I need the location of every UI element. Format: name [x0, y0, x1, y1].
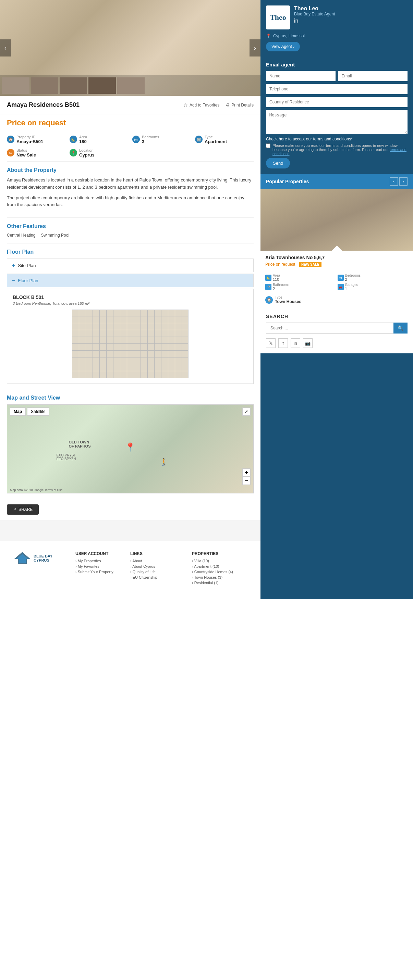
map-person: 🚶 — [160, 458, 168, 466]
hero-prev-button[interactable]: ‹ — [0, 40, 11, 57]
detail-type-info: Type Apartment — [205, 135, 227, 144]
map-label-village: EXO VRYSIΕΞΩ ΒΡΥΣΗ — [57, 453, 76, 461]
search-title: SEARCH — [266, 313, 408, 319]
map-btn-map[interactable]: Map — [10, 407, 26, 416]
area-label: Area — [79, 135, 87, 139]
search-form: 🔍 — [266, 323, 408, 334]
print-label: Print Details — [231, 103, 254, 108]
popular-type-icon: 🏠 — [265, 296, 273, 304]
map-btn-satellite[interactable]: Satellite — [27, 407, 49, 416]
twitter-icon[interactable]: 𝕏 — [266, 338, 276, 348]
footer-link-my-properties[interactable]: My Properties — [75, 559, 123, 563]
popular-bathrooms-value: 2 — [273, 286, 289, 291]
features-section: Other Features Central Heating Swimming … — [0, 218, 260, 243]
footer-link-residential[interactable]: Residential (1) — [192, 581, 260, 585]
thumb-2[interactable] — [31, 77, 58, 94]
popular-garages: 🚗 Garages 1 — [338, 283, 408, 291]
popular-garages-icon: 🚗 — [338, 284, 344, 290]
popular-next-button[interactable]: › — [399, 177, 408, 186]
social-icons: 𝕏 f in 📷 — [266, 338, 408, 348]
floor-block-desc: 3 Bedroom Penthouse, Total cov. area 180… — [13, 301, 248, 305]
map-zoom-out[interactable]: − — [242, 477, 250, 485]
floor-plan-toggle[interactable]: − Floor Plan — [7, 274, 254, 287]
property-id-label: Property ID — [16, 135, 43, 139]
footer-links-title: LINKS — [130, 551, 185, 556]
search-submit-button[interactable]: 🔍 — [394, 323, 408, 334]
footer-link-submit[interactable]: Submit Your Property — [75, 570, 123, 574]
footer-link-eu[interactable]: EU Citizenship — [130, 575, 185, 579]
footer-user-title: USER ACCOUNT — [75, 551, 123, 556]
location-icon: 📍 — [70, 149, 77, 156]
instagram-icon[interactable]: 📷 — [303, 338, 313, 348]
floor-plan-label: Floor Plan — [18, 278, 38, 283]
facebook-icon[interactable]: f — [278, 338, 288, 348]
form-name-email-row — [266, 71, 408, 81]
footer-link-apartment[interactable]: Apartment (10) — [192, 564, 260, 568]
email-input[interactable] — [338, 71, 408, 81]
linkedin-icon[interactable]: in — [291, 338, 300, 348]
terms-checkbox-row: Please make sure you read our terms and … — [266, 143, 408, 156]
linkedin-icon[interactable]: in — [294, 18, 408, 24]
footer-links: LINKS About About Cyprus Quality of Life… — [130, 551, 185, 589]
search-input[interactable] — [266, 323, 394, 334]
popular-garages-value: 1 — [345, 286, 358, 291]
popular-type-label: Type — [275, 296, 301, 299]
share-button[interactable]: ↗ SHARE — [7, 504, 39, 515]
map-container[interactable]: Map Satellite ⤢ OLD TOWNOF PAPHOS EXO VR… — [7, 404, 254, 493]
name-input[interactable] — [266, 71, 336, 81]
popular-properties-section: Popular Properties ‹ › Aria Townhouses N… — [260, 174, 413, 308]
popular-prev-button[interactable]: ‹ — [390, 177, 398, 186]
thumb-5[interactable] — [117, 77, 145, 94]
agent-name: Theo Leo — [294, 5, 408, 12]
map-expand-button[interactable]: ⤢ — [242, 407, 250, 416]
floor-block-title: BLOCK B 501 — [13, 294, 248, 300]
popular-property-info: Aria Townhouses No 5,6,7 Price on reques… — [260, 251, 413, 271]
footer-logo-image — [14, 551, 31, 565]
telephone-input[interactable] — [266, 84, 408, 94]
left-column: ‹ › Amaya Residences B501 ☆ Add to Favor… — [0, 0, 260, 599]
popular-title: Popular Properties — [266, 179, 309, 184]
thumb-1[interactable] — [2, 77, 29, 94]
detail-bedrooms: 🛏 Bedrooms 3 — [132, 135, 191, 144]
popular-bathrooms-icon: 🚿 — [265, 284, 271, 290]
popular-area-value: 110 — [273, 277, 280, 282]
popular-garages-info: Garages 1 — [345, 283, 358, 291]
footer-link-townhouses[interactable]: Town Houses (3) — [192, 575, 260, 579]
print-button[interactable]: 🖨 Print Details — [225, 102, 254, 108]
terms-checkbox[interactable] — [266, 143, 270, 148]
footer-link-quality[interactable]: Quality of Life — [130, 570, 185, 574]
thumb-3[interactable] — [60, 77, 87, 94]
area-value: 180 — [79, 139, 87, 144]
footer-properties: PROPERTIES Villa (19) Apartment (10) Cou… — [192, 551, 260, 589]
print-icon: 🖨 — [225, 102, 230, 108]
popular-area: 📐 Area 110 — [265, 274, 336, 282]
footer-link-villa[interactable]: Villa (19) — [192, 559, 260, 563]
country-input[interactable] — [266, 97, 408, 107]
site-plan-toggle[interactable]: + Site Plan — [7, 259, 254, 272]
popular-type-info: Type Town Houses — [275, 296, 301, 304]
type-icon: 🏢 — [195, 135, 203, 143]
view-agent-button[interactable]: View Agent › — [266, 42, 300, 51]
type-value: Apartment — [205, 139, 227, 144]
footer-link-countryside[interactable]: Countryside Homes (4) — [192, 570, 260, 574]
message-input[interactable] — [266, 110, 408, 134]
footer-link-about-cyprus[interactable]: About Cyprus — [130, 564, 185, 568]
thumb-4[interactable] — [88, 77, 116, 94]
type-label: Type — [205, 135, 227, 139]
agent-info: Theo Leo Blue Bay Estate Agent in — [294, 5, 408, 24]
agent-logo-text: Theo — [270, 13, 286, 22]
share-label: SHARE — [19, 507, 33, 512]
hero-next-button[interactable]: › — [250, 40, 260, 57]
footer-link-about[interactable]: About — [130, 559, 185, 563]
add-to-favorites-button[interactable]: ☆ Add to Favorites — [183, 102, 219, 108]
send-button[interactable]: Send — [266, 158, 290, 169]
new-sale-badge: NEW SALE — [299, 262, 322, 267]
footer-logo: BLUE BAY CYPRUS — [14, 551, 69, 565]
search-icon: 🔍 — [397, 325, 403, 331]
terms-label: Check here to accept our terms and condi… — [266, 137, 408, 142]
property-title: Amaya Residences B501 — [7, 101, 80, 108]
map-zoom-in[interactable]: + — [242, 468, 250, 477]
site-footer: BLUE BAY CYPRUS USER ACCOUNT My Properti… — [0, 541, 260, 599]
floor-plan-content: BLOCK B 501 3 Bedroom Penthouse, Total c… — [7, 289, 254, 384]
footer-link-my-favorites[interactable]: My Favorites — [75, 564, 123, 568]
